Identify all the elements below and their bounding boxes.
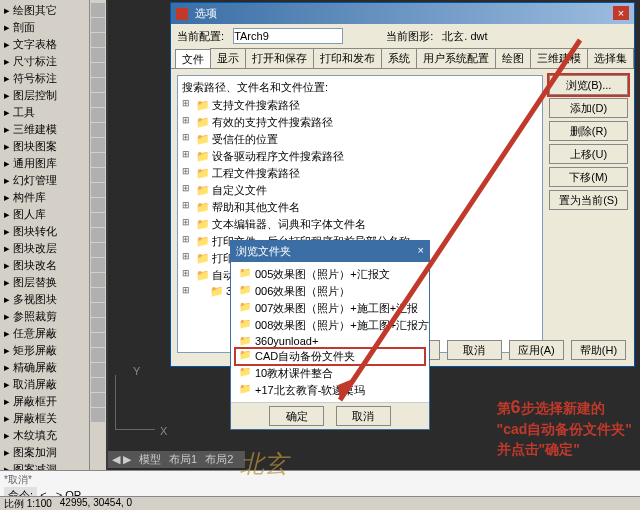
tool-item[interactable]: ▸ 矩形屏蔽: [2, 342, 87, 359]
folder-item[interactable]: 005效果图（照片）+汇报文: [235, 266, 425, 283]
tool-item[interactable]: ▸ 图块图案: [2, 138, 87, 155]
tool-icon[interactable]: [91, 138, 105, 152]
tool-item[interactable]: ▸ 多视图块: [2, 291, 87, 308]
down-button[interactable]: 下移(M): [549, 167, 628, 187]
tool-icon[interactable]: [91, 123, 105, 137]
tool-icon[interactable]: [91, 273, 105, 287]
folder-item[interactable]: 10教材课件整合: [235, 365, 425, 382]
tool-item[interactable]: ▸ 通用图库: [2, 155, 87, 172]
tree-item[interactable]: 📁有效的支持文件搜索路径: [182, 114, 538, 131]
browse-ok-button[interactable]: 确定: [269, 406, 324, 426]
tool-item[interactable]: ▸ 图人库: [2, 206, 87, 223]
tool-icon[interactable]: [91, 63, 105, 77]
tree-item[interactable]: 📁自定义文件: [182, 182, 538, 199]
tool-icon[interactable]: [91, 378, 105, 392]
scale-display[interactable]: 比例 1:100: [4, 497, 52, 510]
folder-item-selected[interactable]: CAD自动备份文件夹: [235, 348, 425, 365]
config-input[interactable]: [233, 28, 343, 44]
tool-item[interactable]: ▸ 工具: [2, 104, 87, 121]
tool-icon[interactable]: [91, 153, 105, 167]
tab-0[interactable]: 文件: [175, 49, 211, 69]
close-icon[interactable]: ×: [613, 6, 629, 20]
tool-icon[interactable]: [91, 288, 105, 302]
tree-item[interactable]: 📁文本编辑器、词典和字体文件名: [182, 216, 538, 233]
folder-item[interactable]: 个人: [235, 399, 425, 402]
cancel-button[interactable]: 取消: [447, 340, 502, 360]
tool-item[interactable]: ▸ 精确屏蔽: [2, 359, 87, 376]
tool-item[interactable]: ▸ 尺寸标注: [2, 53, 87, 70]
tool-item[interactable]: ▸ 剖面: [2, 19, 87, 36]
tool-item[interactable]: ▸ 图层替换: [2, 274, 87, 291]
tab-6[interactable]: 绘图: [495, 48, 531, 68]
tree-item[interactable]: 📁设备驱动程序文件搜索路径: [182, 148, 538, 165]
dialog-titlebar[interactable]: 选项 ×: [171, 3, 634, 24]
tool-item[interactable]: ▸ 图块改名: [2, 257, 87, 274]
tool-item[interactable]: ▸ 符号标注: [2, 70, 87, 87]
tool-item[interactable]: ▸ 屏蔽框开: [2, 393, 87, 410]
browse-cancel-button[interactable]: 取消: [336, 406, 391, 426]
tool-icon[interactable]: [91, 33, 105, 47]
tool-item[interactable]: ▸ 三维建模: [2, 121, 87, 138]
tab-2[interactable]: 打开和保存: [245, 48, 314, 68]
tool-icon[interactable]: [91, 48, 105, 62]
apply-button[interactable]: 应用(A): [509, 340, 564, 360]
help-button[interactable]: 帮助(H): [571, 340, 626, 360]
tool-icon[interactable]: [91, 348, 105, 362]
add-button[interactable]: 添加(D): [549, 98, 628, 118]
browse-body[interactable]: 005效果图（照片）+汇报文006效果图（照片）007效果图（照片）+施工图+汇…: [231, 262, 429, 402]
tool-item[interactable]: ▸ 图块改层: [2, 240, 87, 257]
tool-icon[interactable]: [91, 258, 105, 272]
tool-icon[interactable]: [91, 393, 105, 407]
tool-icon[interactable]: [91, 318, 105, 332]
tool-icon[interactable]: [91, 3, 105, 17]
tool-item[interactable]: ▸ 屏蔽框关: [2, 410, 87, 427]
folder-item[interactable]: +17北玄教育-软遂桌玛: [235, 382, 425, 399]
tab-4[interactable]: 系统: [381, 48, 417, 68]
tab-9[interactable]: 配置: [633, 48, 634, 68]
tree-item[interactable]: 📁支持文件搜索路径: [182, 97, 538, 114]
layout-tab[interactable]: 布局1: [169, 453, 197, 465]
tool-icon[interactable]: [91, 243, 105, 257]
browse-button[interactable]: 浏览(B)...: [549, 75, 628, 95]
tree-item[interactable]: 📁帮助和其他文件名: [182, 199, 538, 216]
tool-icon[interactable]: [91, 363, 105, 377]
tool-icon[interactable]: [91, 408, 105, 422]
command-line[interactable]: *取消* 命令: <...> OP: [0, 470, 640, 496]
tab-7[interactable]: 三维建模: [530, 48, 588, 68]
tool-item[interactable]: ▸ 图层控制: [2, 87, 87, 104]
tool-item[interactable]: ▸ 绘图其它: [2, 2, 87, 19]
up-button[interactable]: 上移(U): [549, 144, 628, 164]
tool-icon[interactable]: [91, 183, 105, 197]
tab-8[interactable]: 选择集: [587, 48, 634, 68]
tool-icon[interactable]: [91, 108, 105, 122]
tool-icon[interactable]: [91, 213, 105, 227]
layout-tab[interactable]: 布局2: [205, 453, 233, 465]
tool-item[interactable]: ▸ 图案加洞: [2, 444, 87, 461]
tool-icon[interactable]: [91, 78, 105, 92]
tool-item[interactable]: ▸ 木纹填充: [2, 427, 87, 444]
tool-item[interactable]: ▸ 图块转化: [2, 223, 87, 240]
tool-icon[interactable]: [91, 333, 105, 347]
tool-item[interactable]: ▸ 参照裁剪: [2, 308, 87, 325]
tool-icon[interactable]: [91, 303, 105, 317]
close-icon[interactable]: ×: [418, 244, 424, 256]
tool-item[interactable]: ▸ 构件库: [2, 189, 87, 206]
tool-icon[interactable]: [91, 228, 105, 242]
layout-tab[interactable]: 模型: [139, 453, 161, 465]
remove-button[interactable]: 删除(R): [549, 121, 628, 141]
tool-icon[interactable]: [91, 18, 105, 32]
tool-item[interactable]: ▸ 取消屏蔽: [2, 376, 87, 393]
tab-1[interactable]: 显示: [210, 48, 246, 68]
tool-item[interactable]: ▸ 任意屏蔽: [2, 325, 87, 342]
folder-item[interactable]: 007效果图（照片）+施工图+汇报: [235, 300, 425, 317]
tab-5[interactable]: 用户系统配置: [416, 48, 496, 68]
tool-icon[interactable]: [91, 93, 105, 107]
tab-3[interactable]: 打印和发布: [313, 48, 382, 68]
tree-item[interactable]: 📁工程文件搜索路径: [182, 165, 538, 182]
folder-item[interactable]: 360yunload+: [235, 334, 425, 348]
folder-item[interactable]: 008效果图（照片）+施工图+汇报方: [235, 317, 425, 334]
folder-item[interactable]: 006效果图（照片）: [235, 283, 425, 300]
browse-titlebar[interactable]: 浏览文件夹 ×: [231, 241, 429, 262]
tool-icon[interactable]: [91, 198, 105, 212]
tool-item[interactable]: ▸ 文字表格: [2, 36, 87, 53]
